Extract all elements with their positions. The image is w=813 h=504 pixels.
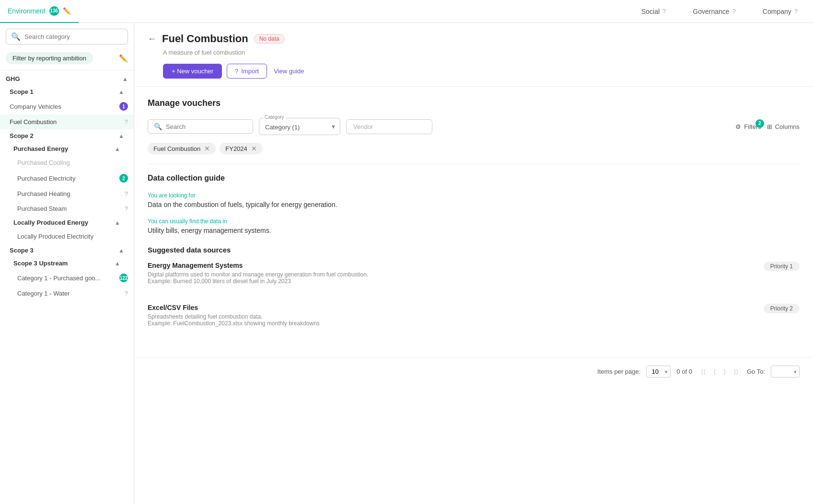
purchased-energy-subsection: Purchased Energy ▲ Purchased Cooling Pur…: [0, 142, 134, 216]
vouchers-section: Manage vouchers 🔍 Category Category (1) …: [134, 87, 813, 357]
fuel-combustion-label: Fuel Combustion: [10, 118, 57, 126]
vendor-box[interactable]: Vendor: [346, 119, 432, 134]
source-ems-priority: Priority 1: [764, 262, 800, 271]
import-button[interactable]: ? Import: [227, 64, 267, 79]
suggested-sources-title: Suggested data sources: [148, 246, 800, 254]
sidebar-item-purchased-steam[interactable]: Purchased Steam ?: [0, 201, 134, 216]
social-help-icon: ?: [662, 8, 666, 15]
scope3-upstream-label: Scope 3 Upstream: [13, 260, 68, 267]
scope3-upstream-header[interactable]: Scope 3 Upstream ▲: [0, 257, 134, 270]
fy2024-chip[interactable]: FY2024 ✕: [220, 143, 263, 154]
view-guide-button[interactable]: View guide: [272, 64, 306, 79]
voucher-search-input[interactable]: [166, 123, 233, 130]
locally-produced-energy-label: Locally Produced Energy: [13, 219, 88, 226]
locally-produced-electricity-label: Locally Produced Electricity: [17, 233, 93, 240]
social-label: Social: [641, 8, 660, 15]
environment-label: Environment: [8, 7, 46, 15]
scope2-header[interactable]: Scope 2 ▲: [0, 129, 134, 142]
nav-item-company[interactable]: Company ?: [759, 0, 801, 23]
source-excel-priority: Priority 2: [764, 304, 800, 313]
new-voucher-button[interactable]: + New voucher: [163, 64, 222, 79]
source-excel-desc: Spreadsheets detailing fuel combustion d…: [148, 313, 320, 327]
sidebar-section-ghg: GHG ▲ Scope 1 ▲ Company Vehicles 1 Fuel …: [0, 72, 134, 301]
purchased-energy-chevron: ▲: [115, 146, 120, 152]
import-label: Import: [241, 68, 259, 75]
fuel-combustion-help-icon: ?: [125, 118, 128, 126]
prev-page-button[interactable]: ⟨: [710, 367, 719, 377]
sidebar-item-cat1-water[interactable]: Category 1 - Water ?: [0, 286, 134, 301]
purchased-steam-label: Purchased Steam: [17, 205, 67, 212]
sidebar-item-purchased-electricity[interactable]: Purchased Electricity 2: [0, 170, 134, 186]
filters-icon: ⚙: [735, 123, 741, 130]
active-filters: Fuel Combustion ✕ FY2024 ✕: [148, 143, 800, 154]
scope1-label: Scope 1: [10, 88, 34, 95]
purchased-heating-help-icon: ?: [125, 190, 128, 197]
first-page-button[interactable]: ⟨⟨: [698, 367, 708, 377]
guide-title: Data collection guide: [148, 174, 800, 183]
fuel-combustion-chip-label: Fuel Combustion: [153, 145, 200, 152]
find-data-text: Utility bills, energy management systems…: [148, 227, 800, 234]
columns-label: Columns: [775, 123, 800, 130]
scope3-chevron: ▲: [118, 247, 124, 254]
goto-select[interactable]: [771, 366, 800, 378]
sidebar-item-company-vehicles[interactable]: Company Vehicles 1: [0, 98, 134, 115]
voucher-search-box[interactable]: 🔍: [148, 119, 253, 134]
top-nav: Environment 136 ✏️ Social ? Governance ?…: [0, 0, 813, 23]
ghg-label: GHG: [6, 75, 20, 82]
back-button[interactable]: ←: [148, 34, 156, 44]
fuel-combustion-chip[interactable]: Fuel Combustion ✕: [148, 143, 216, 154]
pagination-row: Items per page: 10 25 50 0 of 0 ⟨⟨ ⟨ ⟩ ⟩…: [134, 357, 813, 385]
next-page-button[interactable]: ⟩: [720, 367, 729, 377]
category-select-overlay[interactable]: [259, 118, 340, 135]
ghg-header[interactable]: GHG ▲: [0, 72, 134, 85]
action-buttons: + New voucher ? Import View guide: [163, 64, 800, 79]
purchased-energy-label: Purchased Energy: [13, 145, 68, 152]
sidebar-search-input-wrap[interactable]: 🔍: [6, 29, 128, 45]
looking-for-label: You are looking for: [148, 192, 800, 199]
page-title: Fuel Combustion: [162, 33, 248, 45]
scope3-subsection: Scope 3 ▲ Scope 3 Upstream ▲ Category 1 …: [0, 244, 134, 301]
scope1-chevron: ▲: [118, 89, 124, 95]
columns-icon: ⊞: [767, 123, 772, 130]
voucher-search-icon: 🔍: [154, 123, 162, 130]
fuel-combustion-chip-remove[interactable]: ✕: [204, 145, 210, 152]
company-vehicles-badge: 1: [119, 102, 128, 111]
search-icon: 🔍: [11, 32, 21, 41]
columns-button[interactable]: ⊞ Columns: [767, 123, 800, 130]
ghg-chevron: ▲: [122, 76, 128, 82]
filters-row: 🔍 Category Category (1) ▾ Vendor ⚙ Filte…: [148, 118, 800, 135]
filter-edit-icon[interactable]: ✏️: [119, 54, 128, 63]
sidebar-item-purchased-cooling[interactable]: Purchased Cooling: [0, 155, 134, 170]
manage-vouchers-title: Manage vouchers: [148, 98, 800, 108]
sidebar-item-cat1-purchased-goods[interactable]: Category 1 - Purchased goo... 122: [0, 270, 134, 286]
nav-item-environment[interactable]: Environment 136 ✏️: [0, 0, 79, 23]
purchased-electricity-badge: 2: [119, 174, 128, 183]
filter-count-badge: 2: [755, 119, 764, 128]
scope3-header[interactable]: Scope 3 ▲: [0, 244, 134, 257]
scope1-header[interactable]: Scope 1 ▲: [0, 85, 134, 98]
sidebar-item-purchased-heating[interactable]: Purchased Heating ?: [0, 186, 134, 201]
company-help-icon: ?: [794, 8, 798, 15]
source-excel-content: Excel/CSV Files Spreadsheets detailing f…: [148, 304, 320, 327]
scope3-label: Scope 3: [10, 247, 34, 254]
last-page-button[interactable]: ⟩⟩: [731, 367, 741, 377]
goto-select-wrap: [771, 366, 800, 378]
governance-label: Governance: [693, 8, 729, 15]
items-per-page-select[interactable]: 10 25 50: [646, 366, 671, 378]
sidebar-item-locally-produced-electricity[interactable]: Locally Produced Electricity: [0, 229, 134, 244]
filter-badge[interactable]: Filter by reporting ambition: [6, 52, 93, 64]
nav-item-social[interactable]: Social ?: [638, 0, 670, 23]
cat1-water-label: Category 1 - Water: [17, 290, 70, 297]
purchased-energy-header[interactable]: Purchased Energy ▲: [0, 142, 134, 155]
filters-button[interactable]: ⚙ Filters 2: [735, 123, 761, 130]
title-row: ← Fuel Combustion No data: [148, 33, 800, 45]
locally-produced-energy-chevron: ▲: [115, 219, 120, 226]
source-item-ems: Energy Management Systems Digital platfo…: [148, 262, 800, 294]
sidebar-search-input[interactable]: [24, 33, 123, 40]
nav-item-governance[interactable]: Governance ?: [689, 0, 740, 23]
items-per-page-label: Items per page:: [597, 368, 640, 375]
locally-produced-energy-header[interactable]: Locally Produced Energy ▲: [0, 216, 134, 229]
fy2024-chip-remove[interactable]: ✕: [251, 145, 257, 152]
sidebar-item-fuel-combustion[interactable]: Fuel Combustion ?: [0, 115, 134, 129]
sidebar-search-wrap: 🔍: [0, 23, 134, 48]
